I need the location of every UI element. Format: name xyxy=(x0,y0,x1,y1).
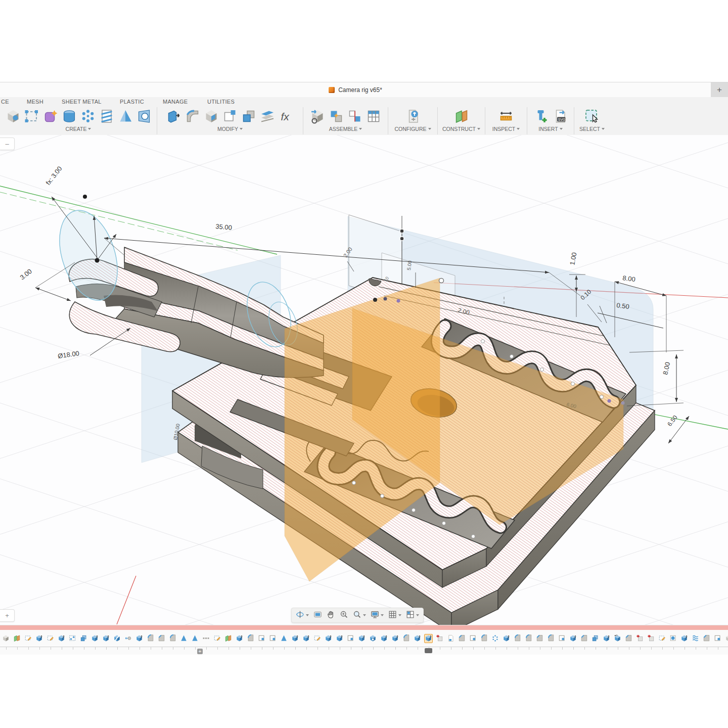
timeline-feature-sketch[interactable] xyxy=(24,634,32,643)
timeline-feature-combine[interactable] xyxy=(591,634,600,643)
timeline-feature-chamfer[interactable] xyxy=(535,634,544,643)
viewport-3d[interactable]: – + xyxy=(0,135,728,625)
comments-expand-button[interactable]: + xyxy=(0,609,15,622)
workspace-tab-utilities[interactable]: UTILITIES xyxy=(207,99,235,105)
timeline-feature-split[interactable] xyxy=(113,634,121,643)
joint-star-icon[interactable] xyxy=(328,108,344,124)
group-label-create[interactable]: CREATE xyxy=(66,126,92,132)
insert-fastener-icon[interactable] xyxy=(533,108,550,124)
zoomwindow-button[interactable] xyxy=(353,610,366,621)
group-label-select[interactable]: SELECT xyxy=(579,126,605,132)
timeline-feature-fillet[interactable] xyxy=(246,634,255,643)
timeline-feature-gray[interactable] xyxy=(2,634,10,643)
timeline-feature-extrude[interactable] xyxy=(102,634,110,643)
timeline-feature-extrude[interactable] xyxy=(391,634,399,643)
document-tab[interactable]: Camera rig v65* xyxy=(0,82,711,98)
fillet-big-icon[interactable] xyxy=(185,108,201,124)
timeline-feature-dots3[interactable] xyxy=(202,634,210,643)
timeline-feature-combine[interactable] xyxy=(79,634,88,643)
face-blue-icon[interactable] xyxy=(222,108,238,124)
group-label-modify[interactable]: MODIFY xyxy=(217,126,243,132)
timeline-feature-coil[interactable] xyxy=(691,634,700,643)
timeline-feature-mirror[interactable] xyxy=(124,634,132,643)
grid3-button[interactable] xyxy=(388,610,401,621)
workspace-tab-mesh[interactable]: MESH xyxy=(27,99,43,105)
timeline-feature-fillet[interactable] xyxy=(168,634,177,643)
orbit-button[interactable] xyxy=(296,610,309,621)
pipe-icon[interactable] xyxy=(136,108,152,124)
timeline-feature-error[interactable] xyxy=(635,634,644,643)
timeline-feature-boxframe[interactable] xyxy=(268,634,277,643)
coil-box-icon[interactable] xyxy=(99,108,115,124)
insert-svg-icon[interactable]: SVG xyxy=(552,108,568,124)
sphere-dots-icon[interactable] xyxy=(80,108,96,124)
shell-icon[interactable] xyxy=(203,108,219,124)
press-pull-icon[interactable] xyxy=(166,108,182,124)
display-button[interactable] xyxy=(371,610,384,621)
measure-ruler-icon[interactable] xyxy=(498,108,514,124)
timeline-feature-boxframe[interactable] xyxy=(257,634,266,643)
timeline-feature-extrude[interactable] xyxy=(569,634,577,643)
timeline-feature-extrude[interactable] xyxy=(413,634,422,643)
workspace-tab-manage[interactable]: MANAGE xyxy=(163,99,188,105)
timeline-feature-extrude[interactable] xyxy=(90,634,99,643)
timeline-feature-extrude[interactable] xyxy=(357,634,366,643)
workspace-tab-sheet-metal[interactable]: SHEET METAL xyxy=(62,99,102,105)
timeline-feature-extrude[interactable] xyxy=(324,634,333,643)
timeline-feature-sketch[interactable] xyxy=(213,634,221,643)
combine-boxes-icon[interactable] xyxy=(241,108,257,124)
workspace-tab-plastic[interactable]: PLASTIC xyxy=(120,99,144,105)
group-label-configure[interactable]: CONFIGURE xyxy=(395,126,431,132)
quadview-button[interactable] xyxy=(406,610,419,621)
new-tab-button[interactable]: + xyxy=(717,85,722,95)
timeline-feature-draft[interactable] xyxy=(179,634,188,643)
timeline-feature-chamfer[interactable] xyxy=(157,634,166,643)
timeline-feature-extrude[interactable] xyxy=(135,634,144,643)
timeline-feature-boxframe[interactable] xyxy=(346,634,355,643)
timeline-feature-fillet[interactable] xyxy=(524,634,533,643)
solid-box-icon[interactable] xyxy=(5,108,21,124)
timeline-feature-boxframe[interactable] xyxy=(469,634,477,643)
timeline-feature-fillet[interactable] xyxy=(480,634,488,643)
tube-assembly[interactable] xyxy=(49,203,324,377)
timeline-feature-sketch[interactable] xyxy=(658,634,666,643)
timeline-feature-chamfer[interactable] xyxy=(458,634,466,643)
timeline-feature-chamfer[interactable] xyxy=(624,634,633,643)
align-squares-icon[interactable] xyxy=(347,108,363,124)
timeline-feature-boxframe[interactable] xyxy=(558,634,566,643)
timeline-feature-error[interactable] xyxy=(647,634,655,643)
cylinder-icon[interactable] xyxy=(61,108,77,124)
zoomplus-button[interactable] xyxy=(340,610,348,621)
planes-duo-icon[interactable] xyxy=(453,108,470,124)
timeline-feature-fillet[interactable] xyxy=(146,634,155,643)
timeline-feature-extrude[interactable] xyxy=(35,634,43,643)
timeline-ruler[interactable]: + xyxy=(0,647,728,655)
timeline-feature-plane[interactable] xyxy=(13,634,21,643)
group-label-construct[interactable]: CONSTRUCT xyxy=(442,126,480,132)
timeline-feature-extrude[interactable] xyxy=(380,634,388,643)
timeline-feature-extrude[interactable] xyxy=(602,634,611,643)
timeline-feature-plane[interactable] xyxy=(224,634,233,643)
workspace-tab-ce[interactable]: CE xyxy=(1,99,9,105)
pan-button[interactable] xyxy=(327,610,335,621)
timeline-feature-chamfer[interactable] xyxy=(702,634,711,643)
timeline-feature-error[interactable] xyxy=(435,634,444,643)
timeline-feature-extrude[interactable] xyxy=(291,634,299,643)
timeline-feature-gray[interactable] xyxy=(724,634,728,643)
model-canvas[interactable]: fx: 3.00 3.00 Ø18.00 35.00 2.00 5.00 10 … xyxy=(0,135,728,625)
timeline-feature-sketch[interactable] xyxy=(313,634,322,643)
lookat-button[interactable] xyxy=(313,610,322,621)
timeline-feature-fillet[interactable] xyxy=(513,634,522,643)
sketch-dashed-icon[interactable] xyxy=(24,108,40,124)
timeline-feature-extrude[interactable] xyxy=(680,634,689,643)
timeline-feature-draft[interactable] xyxy=(191,634,199,643)
timeline-group-expand-button[interactable]: + xyxy=(197,649,203,654)
timeline-feature-extrude[interactable] xyxy=(57,634,66,643)
timeline-feature-move[interactable] xyxy=(613,634,622,643)
form-purple-icon[interactable] xyxy=(42,108,59,124)
browser-collapse-button[interactable]: – xyxy=(0,138,15,150)
pyramid-icon[interactable] xyxy=(117,108,133,124)
group-label-assemble[interactable]: ASSEMBLE xyxy=(329,126,362,132)
timeline-feature-chamfer[interactable] xyxy=(580,634,588,643)
timeline-feature-extrude[interactable] xyxy=(302,634,310,643)
